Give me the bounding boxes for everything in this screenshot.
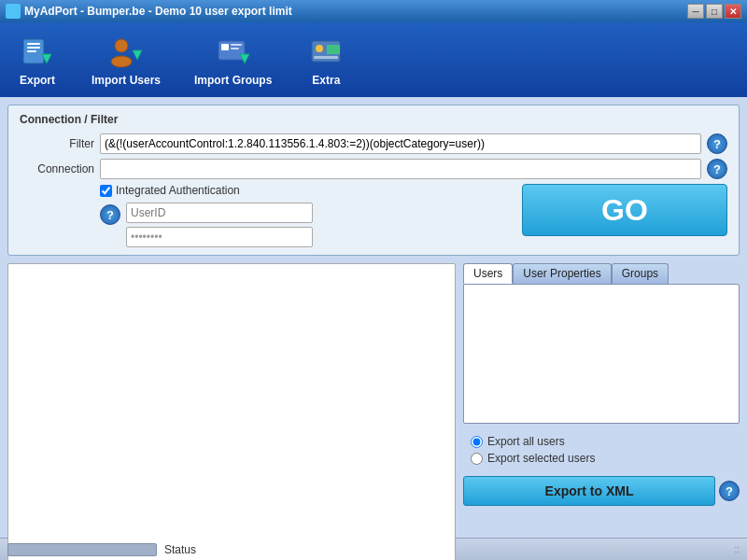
auth-inputs bbox=[126, 203, 313, 247]
toolbar: Export Import Users Import Groups bbox=[0, 22, 747, 97]
app-icon bbox=[6, 4, 21, 19]
toolbar-extra[interactable]: Extra bbox=[289, 26, 363, 93]
maximize-button[interactable]: □ bbox=[706, 4, 723, 19]
svg-rect-16 bbox=[314, 56, 338, 59]
filter-label: Filter bbox=[20, 137, 94, 150]
svg-marker-15 bbox=[327, 45, 340, 54]
credentials-section: ? bbox=[20, 203, 494, 247]
filter-help-button[interactable]: ? bbox=[707, 133, 727, 154]
bottom-section: Users User Properties Groups Export all … bbox=[7, 263, 740, 560]
radio-export-selected[interactable] bbox=[471, 453, 483, 465]
integrated-auth-row: Integrated Authentication bbox=[20, 184, 494, 197]
toolbar-export[interactable]: Export bbox=[0, 26, 75, 93]
tabs-bar: Users User Properties Groups bbox=[463, 263, 740, 284]
toolbar-extra-label: Extra bbox=[312, 74, 340, 87]
minimize-button[interactable]: ─ bbox=[687, 4, 704, 19]
title-bar-controls[interactable]: ─ □ ✕ bbox=[687, 4, 741, 19]
export-icon bbox=[19, 33, 56, 70]
tabs-container: Users User Properties Groups bbox=[463, 263, 740, 424]
main-content: Connection / Filter Filter ? Connection … bbox=[0, 97, 747, 538]
connection-label: Connection bbox=[20, 162, 94, 175]
radio-export-all-row: Export all users bbox=[471, 435, 732, 448]
connection-filter-panel: Connection / Filter Filter ? Connection … bbox=[7, 105, 740, 256]
svg-rect-3 bbox=[27, 50, 36, 52]
toolbar-import-groups[interactable]: Import Groups bbox=[177, 26, 289, 93]
tab-user-properties[interactable]: User Properties bbox=[513, 263, 611, 284]
password-input[interactable] bbox=[126, 227, 313, 247]
window-title: MyAdPort - Bumper.be - Demo 10 user expo… bbox=[24, 5, 292, 18]
filter-input[interactable] bbox=[100, 133, 701, 154]
radio-export-all-label: Export all users bbox=[487, 435, 565, 448]
import-groups-icon bbox=[215, 33, 252, 70]
tab-groups[interactable]: Groups bbox=[612, 263, 669, 284]
auth-section: Integrated Authentication ? bbox=[20, 184, 494, 247]
grip-icon: :: bbox=[734, 544, 740, 554]
toolbar-import-users-label: Import Users bbox=[92, 74, 161, 87]
connection-input[interactable] bbox=[100, 159, 701, 179]
svg-point-5 bbox=[115, 39, 128, 52]
connection-row: Connection ? bbox=[20, 159, 727, 179]
integrated-auth-checkbox-row: Integrated Authentication bbox=[100, 184, 240, 197]
panel-title: Connection / Filter bbox=[20, 113, 727, 126]
export-radio-group: Export all users Export selected users bbox=[463, 429, 740, 470]
title-bar-left: MyAdPort - Bumper.be - Demo 10 user expo… bbox=[6, 4, 292, 19]
auth-help-button[interactable]: ? bbox=[100, 204, 120, 225]
export-button-row: Export to XML ? bbox=[463, 476, 740, 506]
toolbar-import-users[interactable]: Import Users bbox=[75, 26, 177, 93]
svg-rect-1 bbox=[27, 43, 40, 45]
svg-marker-7 bbox=[133, 50, 142, 60]
svg-point-6 bbox=[111, 56, 132, 67]
title-bar: MyAdPort - Bumper.be - Demo 10 user expo… bbox=[0, 0, 747, 22]
go-button[interactable]: GO bbox=[522, 184, 727, 236]
svg-rect-10 bbox=[231, 44, 242, 46]
tab-users[interactable]: Users bbox=[463, 263, 513, 284]
radio-export-selected-row: Export selected users bbox=[471, 452, 732, 465]
radio-export-selected-label: Export selected users bbox=[487, 452, 595, 465]
userid-input[interactable] bbox=[126, 203, 313, 223]
toolbar-import-groups-label: Import Groups bbox=[194, 74, 272, 87]
toolbar-export-label: Export bbox=[20, 74, 55, 87]
extra-icon bbox=[307, 33, 345, 70]
svg-rect-9 bbox=[221, 44, 229, 50]
right-panel: Users User Properties Groups Export all … bbox=[463, 263, 740, 560]
export-help-button[interactable]: ? bbox=[719, 481, 740, 501]
svg-rect-11 bbox=[231, 48, 239, 49]
import-users-icon bbox=[107, 33, 145, 70]
status-text: Status bbox=[164, 543, 196, 556]
auth-go-section: Integrated Authentication ? GO bbox=[20, 184, 727, 247]
connection-help-button[interactable]: ? bbox=[707, 159, 727, 179]
svg-point-14 bbox=[316, 45, 323, 52]
progress-bar bbox=[7, 543, 157, 556]
filter-row: Filter ? bbox=[20, 133, 727, 154]
integrated-auth-checkbox[interactable] bbox=[100, 185, 112, 197]
tab-content-users bbox=[463, 284, 740, 424]
svg-rect-2 bbox=[27, 47, 40, 49]
users-list-panel[interactable] bbox=[7, 263, 456, 560]
integrated-auth-label: Integrated Authentication bbox=[116, 184, 240, 197]
export-to-xml-button[interactable]: Export to XML bbox=[463, 476, 715, 506]
close-button[interactable]: ✕ bbox=[725, 4, 741, 19]
radio-export-all[interactable] bbox=[471, 436, 483, 448]
